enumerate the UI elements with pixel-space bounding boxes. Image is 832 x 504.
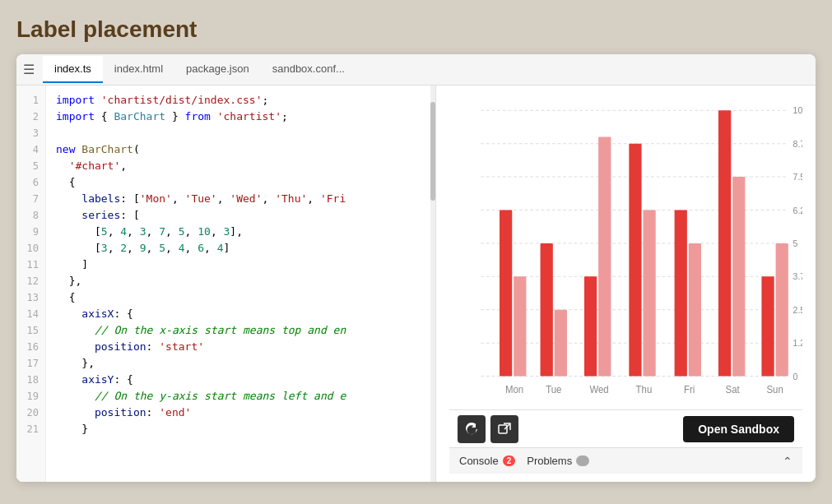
bottom-toolbar: Open Sandbox (449, 409, 802, 447)
svg-rect-37 (732, 177, 745, 377)
code-line: axisY: { (56, 372, 435, 388)
code-line: import { BarChart } from 'chartist'; (56, 109, 435, 125)
code-line: { (56, 174, 435, 191)
open-sandbox-button[interactable]: Open Sandbox (683, 416, 794, 442)
console-badge: 2 (503, 455, 516, 466)
svg-text:Fri: Fri (684, 383, 695, 394)
svg-rect-34 (675, 210, 687, 376)
svg-text:Wed: Wed (589, 383, 608, 394)
svg-rect-39 (776, 243, 788, 377)
svg-rect-38 (761, 276, 774, 376)
svg-rect-33 (643, 210, 655, 376)
chart-svg: 0 1.25 2.5 3.75 5 6.25 7.5 8.75 10 Mon T… (449, 94, 802, 409)
preview-area: 0 1.25 2.5 3.75 5 6.25 7.5 8.75 10 Mon T… (436, 86, 816, 482)
code-lines: 12345 678910 1112131415 1617181920 21 im… (16, 86, 435, 482)
code-line: import 'chartist/dist/index.css'; (56, 92, 435, 109)
code-line: axisX: { (56, 306, 435, 322)
svg-text:Sat: Sat (726, 383, 741, 394)
tab-index-ts[interactable]: index.ts (43, 56, 103, 83)
svg-text:2.5: 2.5 (793, 304, 802, 314)
code-editor[interactable]: 12345 678910 1112131415 1617181920 21 im… (16, 86, 436, 482)
content-area: 12345 678910 1112131415 1617181920 21 im… (16, 86, 816, 482)
svg-text:Sun: Sun (766, 383, 783, 394)
svg-rect-26 (514, 276, 526, 376)
code-line: { (56, 289, 435, 306)
problems-badge (576, 455, 589, 466)
svg-rect-35 (689, 243, 701, 377)
hamburger-icon[interactable]: ☰ (23, 63, 35, 76)
svg-rect-36 (718, 110, 731, 376)
console-bar: Console 2 Problems ⌃ (449, 447, 802, 474)
code-line: new BarChart( (56, 141, 435, 158)
svg-text:7.5: 7.5 (793, 172, 802, 182)
console-label: Console (459, 455, 499, 467)
svg-rect-31 (598, 137, 611, 377)
open-new-button[interactable] (490, 415, 518, 443)
code-line: }, (56, 355, 435, 372)
svg-text:6.25: 6.25 (793, 205, 802, 215)
problems-tab[interactable]: Problems (527, 455, 588, 467)
code-line: position: 'start' (56, 339, 435, 355)
scroll-indicator[interactable] (430, 86, 435, 482)
svg-text:Thu: Thu (636, 383, 653, 394)
svg-text:8.75: 8.75 (793, 138, 802, 148)
svg-rect-32 (629, 144, 641, 377)
svg-rect-29 (584, 276, 597, 376)
scroll-thumb[interactable] (430, 102, 435, 201)
code-line: '#chart', (56, 158, 435, 174)
tab-bar: ☰ index.ts index.html package.json sandb… (16, 54, 816, 86)
code-line: } (56, 421, 435, 437)
svg-rect-25 (500, 210, 512, 376)
svg-text:3.75: 3.75 (793, 271, 802, 281)
svg-text:10: 10 (793, 105, 802, 115)
svg-text:Tue: Tue (546, 383, 562, 394)
tab-sandbox-conf[interactable]: sandbox.conf... (261, 56, 356, 83)
code-content[interactable]: import 'chartist/dist/index.css'; import… (46, 86, 435, 482)
problems-label: Problems (527, 455, 572, 467)
code-line (56, 125, 435, 141)
code-line: series: [ (56, 207, 435, 224)
svg-rect-27 (541, 243, 553, 377)
code-line: [5, 4, 3, 7, 5, 10, 3], (56, 224, 435, 240)
code-line: position: 'end' (56, 405, 435, 421)
console-chevron-icon[interactable]: ⌃ (783, 455, 792, 468)
svg-rect-28 (555, 310, 567, 377)
svg-text:5: 5 (793, 238, 798, 248)
code-line: // On the y-axis start means left and e (56, 388, 435, 405)
svg-text:0: 0 (793, 371, 798, 381)
page-title: Label placement (16, 16, 816, 43)
svg-rect-40 (499, 425, 507, 433)
tab-package-json[interactable]: package.json (174, 56, 261, 83)
code-line: labels: ['Mon', 'Tue', 'Wed', 'Thu', 'Fr… (56, 191, 435, 207)
tab-index-html[interactable]: index.html (103, 56, 174, 83)
console-tab[interactable]: Console 2 (459, 455, 515, 467)
svg-text:1.25: 1.25 (793, 338, 802, 348)
code-line: [3, 2, 9, 5, 4, 6, 4] (56, 240, 435, 257)
code-line: ] (56, 257, 435, 273)
line-numbers: 12345 678910 1112131415 1617181920 21 (16, 86, 46, 482)
chart-container: 0 1.25 2.5 3.75 5 6.25 7.5 8.75 10 Mon T… (449, 94, 802, 409)
code-line: // On the x-axis start means top and en (56, 322, 435, 339)
code-line: }, (56, 273, 435, 289)
refresh-button[interactable] (458, 415, 486, 443)
main-container: ☰ index.ts index.html package.json sandb… (16, 54, 816, 482)
svg-text:Mon: Mon (505, 383, 523, 394)
toolbar-left (458, 415, 518, 443)
